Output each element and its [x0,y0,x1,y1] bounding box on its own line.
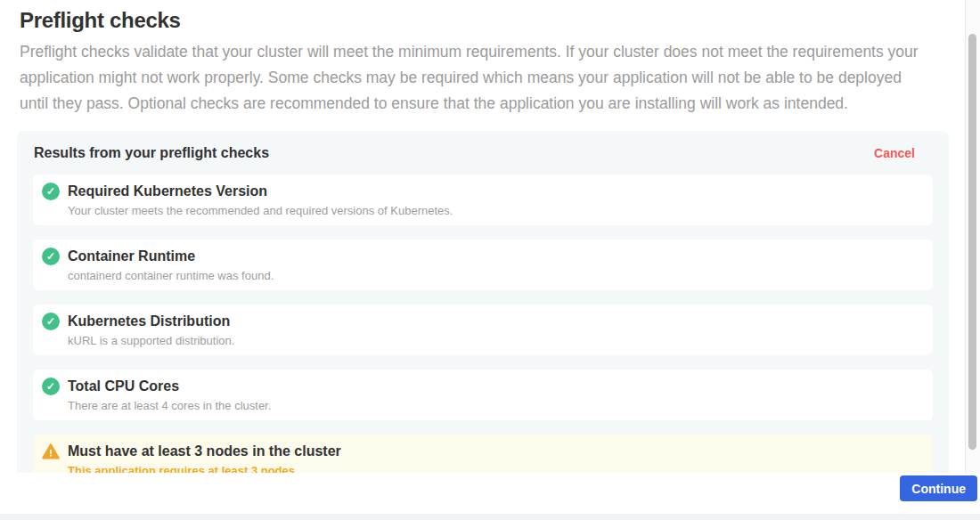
preflight-check-row: ✓ Kubernetes Distribution kURL is a supp… [33,305,933,355]
page-title: Preflight checks [20,8,965,33]
check-circle-icon: ✓ [42,313,60,330]
preflight-checks-list: ✓ Required Kubernetes Version Your clust… [33,175,933,473]
warning-triangle-icon [42,443,60,460]
check-text: Container Runtime containerd container r… [68,248,274,282]
check-circle-icon: ✓ [42,183,60,200]
vertical-scrollbar-track[interactable] [965,0,980,473]
check-title: Total CPU Cores [68,378,271,395]
check-title: Must have at least 3 nodes in the cluste… [68,443,341,460]
continue-button[interactable]: Continue [900,475,977,501]
check-text: Required Kubernetes Version Your cluster… [68,183,453,217]
check-text: Must have at least 3 nodes in the cluste… [68,443,341,473]
check-title: Container Runtime [68,248,274,265]
preflight-check-row: ✓ Required Kubernetes Version Your clust… [33,175,933,225]
check-text: Kubernetes Distribution kURL is a suppor… [68,313,234,347]
check-title: Required Kubernetes Version [68,183,453,200]
page-background-strip [0,514,980,520]
vertical-scrollbar-thumb[interactable] [968,34,976,450]
page-description: Preflight checks validate that your clus… [20,39,930,117]
preflight-results-card: Results from your preflight checks Cance… [17,131,949,473]
results-card-header: Results from your preflight checks Cance… [34,145,933,161]
preflight-check-row: ✓ Container Runtime containerd container… [33,240,933,290]
check-circle-icon: ✓ [42,248,60,265]
preflight-check-row: ✓ Total CPU Cores There are at least 4 c… [33,370,933,420]
check-message: Your cluster meets the recommended and r… [68,204,453,217]
preflight-scroll-area: Preflight checks Preflight checks valida… [0,0,980,473]
check-title: Kubernetes Distribution [68,313,234,330]
check-message: There are at least 4 cores in the cluste… [68,399,271,412]
results-card-title: Results from your preflight checks [34,145,269,161]
check-message: This application requires at least 3 nod… [68,464,341,473]
cancel-link[interactable]: Cancel [874,146,915,160]
preflight-check-row: Must have at least 3 nodes in the cluste… [33,435,933,473]
check-message: containerd container runtime was found. [68,269,274,282]
check-circle-icon: ✓ [42,378,60,395]
action-footer: Continue [0,473,980,514]
preflight-content: Preflight checks Preflight checks valida… [0,0,965,473]
check-text: Total CPU Cores There are at least 4 cor… [68,378,271,412]
check-message: kURL is a supported distribution. [68,334,234,347]
